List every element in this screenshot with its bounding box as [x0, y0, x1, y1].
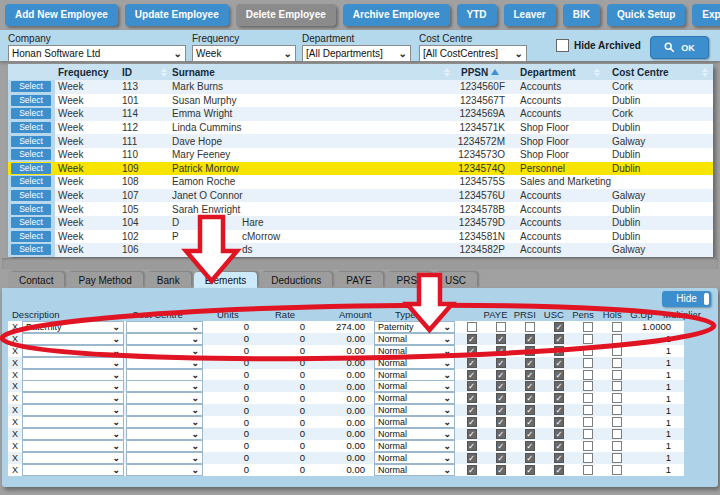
hols-checkbox[interactable] [583, 405, 593, 415]
tab-paye[interactable]: PAYE [335, 272, 382, 288]
usc-checkbox[interactable] [525, 441, 535, 451]
rate-cell[interactable]: 0 [263, 369, 321, 381]
hide-archived-control[interactable]: Hide Archived [556, 39, 641, 52]
units-cell[interactable]: 0 [205, 369, 263, 381]
units-cell[interactable]: 0 [205, 392, 263, 404]
select-button[interactable]: Select [11, 108, 51, 119]
gup-checkbox[interactable] [612, 465, 622, 475]
gup-checkbox[interactable] [612, 393, 622, 403]
select-button[interactable]: Select [11, 149, 51, 160]
pens-checkbox[interactable] [554, 346, 564, 356]
gup-checkbox[interactable] [612, 453, 622, 463]
rate-cell[interactable]: 0 [263, 404, 321, 416]
hols-checkbox[interactable] [583, 322, 593, 332]
gup-checkbox[interactable] [612, 381, 622, 391]
units-cell[interactable]: 0 [205, 452, 263, 464]
usc-checkbox[interactable] [525, 405, 535, 415]
units-cell[interactable]: 0 [205, 333, 263, 345]
hols-checkbox[interactable] [583, 393, 593, 403]
toolbar-button-archive-employee[interactable]: Archive Employee [343, 4, 450, 26]
prsi-checkbox[interactable] [496, 417, 506, 427]
units-cell[interactable]: 0 [205, 357, 263, 369]
paye-checkbox[interactable] [467, 465, 477, 475]
delete-row-marker[interactable]: X [8, 381, 22, 391]
cost-centre-select[interactable]: [All CostCentres] [419, 45, 527, 62]
paye-checkbox[interactable] [467, 429, 477, 439]
rate-cell[interactable]: 0 [263, 345, 321, 357]
employee-row[interactable]: SelectWeek101Susan Murphy1234567TAccount… [8, 94, 713, 108]
amount-cell[interactable]: 0.00 [321, 416, 372, 428]
rate-cell[interactable]: 0 [263, 464, 321, 476]
description-select[interactable] [22, 333, 124, 345]
delete-row-marker[interactable]: X [8, 334, 22, 344]
hols-checkbox[interactable] [583, 346, 593, 356]
column-header-cost-centre[interactable]: Cost Centre [605, 64, 713, 80]
usc-checkbox[interactable] [525, 358, 535, 368]
description-select[interactable]: Paternity [22, 321, 124, 333]
pens-checkbox[interactable] [554, 405, 564, 415]
pens-checkbox[interactable] [554, 393, 564, 403]
delete-row-marker[interactable]: X [8, 405, 22, 415]
cost-centre-select[interactable] [126, 464, 203, 476]
prsi-checkbox[interactable] [496, 370, 506, 380]
delete-row-marker[interactable]: X [8, 322, 22, 332]
type-select[interactable]: Normal [374, 369, 455, 381]
rate-cell[interactable]: 0 [263, 416, 321, 428]
delete-row-marker[interactable]: X [8, 358, 22, 368]
select-button[interactable]: Select [11, 231, 51, 242]
rate-cell[interactable]: 0 [263, 440, 321, 452]
tab-pay-method[interactable]: Pay Method [67, 272, 142, 288]
employee-row[interactable]: SelectWeek106ds1234582PAccountsGalway [8, 243, 713, 257]
toolbar-button-expenses[interactable]: Expenses [692, 4, 720, 26]
employee-row[interactable]: SelectWeek105Sarah Enwright1234578BAccou… [8, 202, 713, 216]
description-select[interactable] [22, 428, 124, 440]
usc-checkbox[interactable] [525, 453, 535, 463]
select-button[interactable]: Select [11, 204, 51, 215]
hols-checkbox[interactable] [583, 417, 593, 427]
paye-checkbox[interactable] [467, 405, 477, 415]
type-select[interactable]: Normal [374, 380, 455, 392]
pens-checkbox[interactable] [554, 441, 564, 451]
type-select[interactable]: Normal [374, 357, 455, 369]
select-button[interactable]: Select [11, 163, 51, 174]
paye-checkbox[interactable] [467, 381, 477, 391]
tab-elements[interactable]: Elements [194, 272, 258, 288]
rate-cell[interactable]: 0 [263, 357, 321, 369]
units-cell[interactable]: 0 [205, 464, 263, 476]
select-button[interactable]: Select [11, 176, 51, 187]
usc-checkbox[interactable] [525, 322, 535, 332]
hols-checkbox[interactable] [583, 358, 593, 368]
amount-cell[interactable]: 0.00 [321, 452, 372, 464]
cost-centre-select[interactable] [126, 392, 203, 404]
select-button[interactable]: Select [11, 122, 51, 133]
prsi-checkbox[interactable] [496, 441, 506, 451]
prsi-checkbox[interactable] [496, 322, 506, 332]
toolbar-button-leaver[interactable]: Leaver [504, 4, 556, 26]
employee-row[interactable]: SelectWeek112Linda Cummins1234571KShop F… [8, 121, 713, 135]
select-button[interactable]: Select [11, 244, 51, 255]
pens-checkbox[interactable] [554, 465, 564, 475]
cost-centre-select[interactable] [126, 321, 203, 333]
units-cell[interactable]: 0 [205, 380, 263, 392]
prsi-checkbox[interactable] [496, 453, 506, 463]
delete-row-marker[interactable]: X [8, 393, 22, 403]
hols-checkbox[interactable] [583, 453, 593, 463]
description-select[interactable] [22, 392, 124, 404]
hols-checkbox[interactable] [583, 465, 593, 475]
tab-bank[interactable]: Bank [146, 272, 191, 288]
tab-contact[interactable]: Contact [8, 272, 64, 288]
description-select[interactable] [22, 416, 124, 428]
employee-row[interactable]: SelectWeek110Mary Feeney1234573OShop Flo… [8, 148, 713, 162]
employee-row[interactable]: SelectWeek104DHare1234579DAccountsDublin [8, 216, 713, 230]
tab-usc[interactable]: USC [434, 272, 477, 288]
amount-cell[interactable]: 0.00 [321, 404, 372, 416]
employee-row[interactable]: SelectWeek107Janet O Connor1234576UAccou… [8, 189, 713, 203]
toolbar-button-update-employee[interactable]: Update Employee [125, 4, 229, 26]
units-cell[interactable]: 0 [205, 404, 263, 416]
paye-checkbox[interactable] [467, 453, 477, 463]
pens-checkbox[interactable] [554, 417, 564, 427]
usc-checkbox[interactable] [525, 370, 535, 380]
usc-checkbox[interactable] [525, 381, 535, 391]
type-select[interactable]: Normal [374, 392, 455, 404]
usc-checkbox[interactable] [525, 334, 535, 344]
